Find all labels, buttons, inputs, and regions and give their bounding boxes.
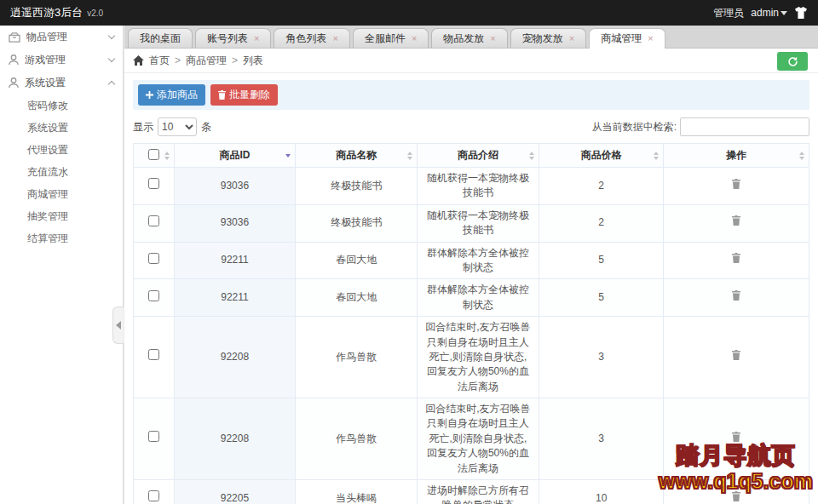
delete-row-button[interactable] xyxy=(732,215,740,226)
breadcrumb-item[interactable]: 商品管理 xyxy=(186,54,227,68)
tab-close-icon[interactable]: × xyxy=(332,34,337,43)
chevron-left-icon xyxy=(116,321,121,329)
row-select-cell xyxy=(134,168,175,205)
product-desc-cell: 进场时解除己方所有召唤兽的异常状态 xyxy=(418,480,539,504)
product-desc-cell: 群体解除本方全体被控制状态 xyxy=(418,242,539,279)
product-price-cell: 2 xyxy=(539,168,664,205)
chevron-up-icon xyxy=(108,81,115,88)
username: admin xyxy=(751,7,779,19)
sort-icon[interactable] xyxy=(164,152,170,160)
row-checkbox[interactable] xyxy=(148,178,159,189)
breadcrumb-item[interactable]: 首页 xyxy=(149,54,170,68)
sidebar-group-system[interactable]: 系统设置 xyxy=(0,72,123,94)
column-header-商品ID[interactable]: 商品ID xyxy=(174,144,296,168)
app-title: 逍遥西游3后台 v2.0 xyxy=(10,5,103,20)
sort-icon[interactable] xyxy=(407,152,412,160)
add-product-button[interactable]: 添加商品 xyxy=(138,84,205,106)
sidebar-subitem[interactable]: 充值流水 xyxy=(0,161,123,183)
tab-账号列表[interactable]: 账号列表× xyxy=(195,28,271,48)
sidebar-collapse-handle[interactable] xyxy=(112,306,124,344)
row-select-cell xyxy=(134,398,175,480)
tab-物品发放[interactable]: 物品发放× xyxy=(431,28,507,48)
column-label: 商品名称 xyxy=(336,149,377,161)
select-all-checkbox[interactable] xyxy=(148,149,159,160)
product-price-cell: 2 xyxy=(539,204,664,242)
product-name-cell: 当头棒喝 xyxy=(296,480,418,504)
table-row: 92211春回大地群体解除本方全体被控制状态5 xyxy=(134,242,809,279)
search-input[interactable] xyxy=(680,117,809,136)
column-header-商品价格[interactable]: 商品价格 xyxy=(539,144,664,168)
sidebar: 物品管理游戏管理系统设置密码修改系统设置代理设置充值流水商城管理抽奖管理结算管理 xyxy=(0,26,124,504)
search-label: 从当前数据中检索: xyxy=(592,120,677,135)
row-checkbox[interactable] xyxy=(148,431,159,442)
refresh-button[interactable] xyxy=(777,52,808,71)
user-menu[interactable]: admin xyxy=(751,7,787,19)
delete-row-button[interactable] xyxy=(732,290,740,301)
sidebar-subitem[interactable]: 结算管理 xyxy=(0,227,123,249)
breadcrumb-separator: > xyxy=(175,54,181,66)
shirt-icon[interactable] xyxy=(794,7,808,19)
sidebar-subitem[interactable]: 密码修改 xyxy=(0,94,123,117)
breadcrumb-item[interactable]: 列表 xyxy=(243,54,263,68)
product-price-cell: 5 xyxy=(539,242,664,279)
delete-row-button[interactable] xyxy=(732,179,740,189)
row-checkbox[interactable] xyxy=(148,215,159,226)
tab-label: 物品发放 xyxy=(443,32,484,46)
sort-down-icon xyxy=(164,157,170,160)
sidebar-group-items[interactable]: 物品管理 xyxy=(0,26,123,49)
trash-icon xyxy=(732,290,740,301)
sort-icon[interactable] xyxy=(285,154,291,158)
product-name-cell: 终极技能书 xyxy=(296,168,418,205)
sort-icon[interactable] xyxy=(654,152,659,160)
row-select-cell xyxy=(134,279,175,317)
tab-宠物发放[interactable]: 宠物发放× xyxy=(510,28,586,48)
column-header-商品介绍[interactable]: 商品介绍 xyxy=(418,144,539,168)
product-id-cell: 92208 xyxy=(174,317,296,398)
row-actions-cell xyxy=(664,317,809,398)
sidebar-subitem[interactable]: 商城管理 xyxy=(0,183,123,205)
sidebar-group-label: 游戏管理 xyxy=(25,53,103,67)
app-title-text: 逍遥西游3后台 xyxy=(10,5,83,20)
batch-delete-button[interactable]: 批量删除 xyxy=(210,84,278,106)
product-id-cell: 92205 xyxy=(174,480,296,504)
list-controls: 显示 10 条 从当前数据中检索: xyxy=(133,117,809,136)
version-badge: v2.0 xyxy=(87,9,103,18)
tab-close-icon[interactable]: × xyxy=(648,34,653,43)
tab-close-icon[interactable]: × xyxy=(569,34,574,43)
delete-row-button[interactable] xyxy=(732,350,740,360)
topbar: 逍遥西游3后台 v2.0 管理员 admin xyxy=(0,0,818,26)
product-price-cell: 3 xyxy=(539,398,664,480)
tab-角色列表[interactable]: 角色列表× xyxy=(274,28,349,48)
column-header-操作[interactable]: 操作 xyxy=(664,144,809,168)
row-checkbox[interactable] xyxy=(148,253,159,264)
tab-close-icon[interactable]: × xyxy=(490,34,495,43)
refresh-icon xyxy=(787,56,798,67)
delete-row-button[interactable] xyxy=(732,253,740,263)
column-header-商品名称[interactable]: 商品名称 xyxy=(296,144,418,168)
sidebar-subitem[interactable]: 系统设置 xyxy=(0,117,123,139)
row-checkbox[interactable] xyxy=(148,490,159,501)
row-checkbox[interactable] xyxy=(148,290,159,301)
tab-商城管理[interactable]: 商城管理× xyxy=(589,28,665,49)
tab-close-icon[interactable]: × xyxy=(254,34,259,43)
delete-row-button[interactable] xyxy=(732,432,740,442)
delete-row-button[interactable] xyxy=(732,491,740,501)
sidebar-group-game[interactable]: 游戏管理 xyxy=(0,49,123,72)
column-label: 商品介绍 xyxy=(458,149,498,161)
row-checkbox[interactable] xyxy=(148,349,159,360)
sidebar-subitem[interactable]: 代理设置 xyxy=(0,139,123,161)
tab-label: 全服邮件 xyxy=(365,32,406,46)
sort-icon[interactable] xyxy=(529,152,534,160)
tab-close-icon[interactable]: × xyxy=(412,34,417,43)
row-actions-cell xyxy=(664,480,809,504)
toolbar: 添加商品 批量删除 xyxy=(133,80,809,110)
product-name-cell: 春回大地 xyxy=(296,242,418,279)
product-id-cell: 93036 xyxy=(174,204,296,242)
product-name-cell: 作鸟兽散 xyxy=(296,317,418,398)
page-size-select[interactable]: 10 xyxy=(158,117,197,136)
tab-全服邮件[interactable]: 全服邮件× xyxy=(353,28,429,48)
tab-我的桌面[interactable]: 我的桌面 xyxy=(128,28,193,48)
sidebar-subitem[interactable]: 抽奖管理 xyxy=(0,205,123,227)
content-panel: 添加商品 批量删除 显示 10 条 从当前数据中检索: xyxy=(124,73,818,504)
sort-icon[interactable] xyxy=(799,152,804,160)
